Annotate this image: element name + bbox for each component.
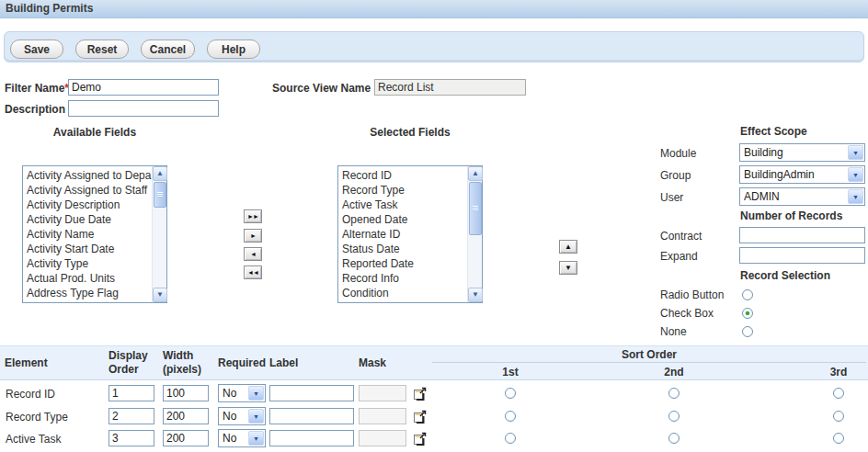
user-label: User bbox=[660, 191, 683, 204]
move-down-button[interactable]: ▼ bbox=[559, 261, 577, 275]
selected-fields-listbox[interactable]: Record ID Record Type Active Task Opened… bbox=[337, 165, 483, 303]
scroll-up-icon[interactable]: ▲ bbox=[153, 166, 167, 181]
sort-order-radio-1st[interactable] bbox=[505, 433, 516, 444]
available-fields-scrollbar[interactable]: ▲ ▼ bbox=[152, 166, 166, 302]
display-order-input[interactable] bbox=[108, 408, 154, 424]
move-left-button[interactable]: ◄ bbox=[244, 247, 262, 261]
mask-header: Mask bbox=[359, 356, 386, 369]
list-item[interactable]: Record ID bbox=[338, 168, 468, 183]
user-select[interactable]: ADMIN ▼ bbox=[739, 187, 865, 206]
scroll-down-icon[interactable]: ▼ bbox=[468, 288, 483, 302]
filter-name-input[interactable] bbox=[68, 79, 219, 96]
none-option-label: None bbox=[660, 325, 687, 338]
label-input[interactable] bbox=[269, 385, 354, 401]
list-item[interactable]: Activity Description bbox=[23, 198, 153, 212]
label-input[interactable] bbox=[269, 408, 354, 424]
contract-input[interactable] bbox=[739, 227, 865, 243]
mask-field bbox=[359, 430, 406, 446]
description-input[interactable] bbox=[68, 100, 219, 117]
list-item[interactable]: Activity Start Date bbox=[23, 242, 153, 256]
list-item[interactable]: Activity Type bbox=[23, 256, 153, 271]
required-select[interactable]: No ▼ bbox=[218, 429, 266, 447]
sort-order-radio-1st[interactable] bbox=[505, 388, 516, 399]
list-item[interactable]: Address Type Flag bbox=[23, 286, 153, 300]
list-item[interactable]: Record Info bbox=[338, 271, 468, 286]
help-button[interactable]: Help bbox=[207, 40, 260, 59]
sort-order-radio-1st[interactable] bbox=[505, 411, 516, 422]
group-label: Group bbox=[660, 169, 691, 182]
module-select[interactable]: Building ▼ bbox=[739, 143, 865, 162]
width-header: Width (pixels) bbox=[163, 349, 209, 377]
move-up-button[interactable]: ▲ bbox=[559, 240, 577, 254]
group-select[interactable]: BuildingAdmin ▼ bbox=[739, 165, 865, 184]
selected-fields-scrollbar[interactable]: ▲ ▼ bbox=[467, 166, 482, 302]
number-of-records-label: Number of Records bbox=[740, 209, 842, 222]
list-item[interactable]: Alternate ID bbox=[338, 227, 468, 242]
element-name: Active Task bbox=[6, 428, 61, 450]
mask-field bbox=[359, 408, 406, 424]
mask-field bbox=[359, 385, 406, 401]
sort-order-radio-3rd[interactable] bbox=[833, 433, 844, 444]
width-input[interactable] bbox=[163, 385, 209, 401]
move-all-left-button[interactable]: ◄◄ bbox=[244, 266, 262, 279]
sort-order-radio-3rd[interactable] bbox=[833, 411, 844, 422]
width-input[interactable] bbox=[163, 408, 209, 424]
list-item[interactable]: Active Task bbox=[338, 198, 468, 212]
module-label: Module bbox=[660, 147, 696, 160]
sort-order-radio-2nd[interactable] bbox=[668, 388, 680, 399]
list-item[interactable]: Reported Date bbox=[338, 256, 468, 271]
selected-fields-title: Selected Fields bbox=[337, 126, 483, 139]
record-selection-radio-check-box[interactable] bbox=[742, 308, 753, 319]
record-selection-radio-radio-button[interactable] bbox=[742, 289, 753, 300]
effect-scope-title: Effect Scope bbox=[740, 125, 807, 138]
scrollbar-thumb[interactable] bbox=[469, 182, 482, 235]
list-item[interactable]: Record Type bbox=[338, 183, 468, 198]
page-title: Building Permits bbox=[0, 0, 868, 18]
required-select[interactable]: No ▼ bbox=[218, 407, 266, 425]
chevron-down-icon: ▼ bbox=[848, 145, 863, 160]
list-item[interactable]: Status Date bbox=[338, 242, 468, 256]
record-selection-label: Record Selection bbox=[740, 269, 830, 282]
sort-order-radio-3rd[interactable] bbox=[833, 388, 844, 399]
move-all-right-button[interactable]: ►► bbox=[244, 209, 262, 223]
scroll-up-icon[interactable]: ▲ bbox=[468, 166, 483, 181]
selected-fields-items: Record ID Record Type Active Task Opened… bbox=[338, 168, 468, 300]
required-select-value: No bbox=[223, 432, 248, 445]
filter-name-label-text: Filter Name bbox=[5, 82, 64, 95]
element-header: Element bbox=[5, 356, 48, 369]
list-item[interactable]: Activity Due Date bbox=[23, 212, 153, 227]
move-right-button[interactable]: ► bbox=[244, 229, 262, 243]
list-item[interactable]: Activity Assigned to Staff bbox=[23, 183, 153, 198]
reset-button[interactable]: Reset bbox=[75, 40, 129, 59]
available-fields-listbox[interactable]: Activity Assigned to Depar Activity Assi… bbox=[22, 165, 167, 303]
mask-picker-icon[interactable] bbox=[414, 410, 427, 424]
sort-order-radio-2nd[interactable] bbox=[668, 433, 680, 444]
list-item[interactable]: Actual Prod. Units bbox=[23, 271, 153, 286]
display-order-input[interactable] bbox=[108, 385, 154, 401]
list-item[interactable]: Opened Date bbox=[338, 212, 468, 227]
group-select-value: BuildingAdmin bbox=[744, 168, 848, 181]
width-input[interactable] bbox=[163, 430, 209, 446]
available-fields-items: Activity Assigned to Depar Activity Assi… bbox=[23, 168, 153, 300]
mask-picker-icon[interactable] bbox=[414, 432, 427, 446]
list-item[interactable]: Condition bbox=[338, 286, 468, 300]
list-item[interactable]: Activity Assigned to Depar bbox=[23, 168, 153, 183]
mask-picker-icon[interactable] bbox=[414, 387, 427, 401]
sort-1st-header: 1st bbox=[490, 366, 531, 379]
list-item[interactable]: Activity Name bbox=[23, 227, 153, 242]
chevron-down-icon: ▼ bbox=[248, 431, 264, 446]
display-order-input[interactable] bbox=[108, 430, 154, 446]
available-fields-title: Available Fields bbox=[22, 126, 167, 139]
record-selection-radio-none[interactable] bbox=[742, 326, 753, 337]
radio-button-option-label: Radio Button bbox=[660, 288, 724, 301]
required-select[interactable]: No ▼ bbox=[218, 384, 266, 402]
label-input[interactable] bbox=[269, 430, 354, 446]
sort-order-radio-2nd[interactable] bbox=[668, 411, 680, 422]
sort-2nd-header: 2nd bbox=[654, 366, 694, 379]
expand-label: Expand bbox=[660, 250, 698, 263]
scrollbar-thumb[interactable] bbox=[154, 182, 166, 208]
cancel-button[interactable]: Cancel bbox=[141, 40, 195, 59]
save-button[interactable]: Save bbox=[10, 40, 63, 59]
expand-input[interactable] bbox=[739, 247, 865, 264]
scroll-down-icon[interactable]: ▼ bbox=[153, 288, 167, 302]
